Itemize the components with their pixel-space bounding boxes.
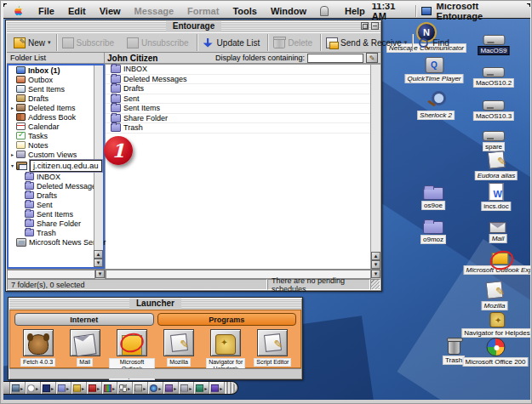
folder-list-item[interactable]: Sent Items (9, 209, 94, 219)
launcher-button[interactable] (257, 329, 288, 356)
folder-list-item[interactable]: Sent (9, 200, 94, 209)
folder-list-item[interactable]: Share Folder (9, 219, 94, 228)
control-strip-handle[interactable] (3, 382, 10, 394)
main-pane-vertical-scrollbar[interactable]: ▲ ▼ (370, 65, 380, 269)
menu-item[interactable] (313, 6, 338, 16)
menu-item[interactable]: Tools (226, 6, 264, 16)
disclosure-triangle-icon[interactable]: ▸ (9, 151, 16, 157)
summary-row[interactable]: Drafts (106, 84, 370, 94)
scroll-arrow-button[interactable]: ▼ (371, 270, 380, 278)
desktop-icon[interactable]: Eudora alias (475, 150, 518, 180)
folder-list-item[interactable]: Tasks (9, 131, 94, 140)
scroll-up-button[interactable]: ▲ (94, 250, 103, 259)
apple-menu[interactable] (10, 5, 31, 16)
application-menu[interactable]: Microsoft Entourage (437, 3, 523, 21)
menu-item[interactable]: Window (264, 6, 313, 16)
folder-list-pane[interactable]: Inbox (1) Outbox (7, 64, 105, 269)
folder-list-item[interactable]: Drafts (9, 94, 94, 103)
desktop-icon[interactable]: spare (483, 123, 505, 151)
display-folders-filter-input[interactable] (307, 54, 363, 63)
control-strip-module[interactable]: ▸ (133, 382, 148, 394)
resize-grip[interactable] (370, 279, 380, 290)
collapse-box-button[interactable] (371, 22, 379, 30)
scroll-down-button[interactable]: ▼ (94, 259, 103, 267)
control-strip[interactable]: ▸ ▸ ▸ ▸ ▸ (3, 381, 238, 395)
summary-row[interactable]: Sent (106, 94, 370, 105)
launcher-window[interactable]: Launcher Internet Programs (8, 297, 303, 380)
menu-item[interactable]: Help (338, 6, 372, 16)
toolbar-button[interactable]: New ▾ (9, 34, 56, 51)
summary-row[interactable]: Trash (106, 123, 370, 134)
folder-list-item[interactable]: Inbox (1) (9, 65, 94, 75)
desktop-icon[interactable]: MacOS10.3 (473, 93, 514, 121)
desktop-icon[interactable]: Mozilla (482, 280, 508, 310)
control-strip-module[interactable]: ▸ (209, 382, 225, 394)
scroll-down-button[interactable]: ▼ (371, 260, 380, 269)
launcher-bottom-scrollbar[interactable] (9, 368, 301, 378)
disclosure-triangle-icon[interactable]: ▾ (9, 162, 16, 168)
folder-list-item[interactable]: Sent Items (9, 84, 94, 94)
folder-list-item[interactable]: Microsoft News Server (9, 237, 94, 247)
control-strip-module[interactable]: ▸ (26, 382, 41, 394)
menu-item[interactable]: Format (180, 6, 226, 16)
desktop-icon[interactable]: Sherlock 2 (417, 89, 455, 120)
launcher-button[interactable] (70, 329, 100, 356)
folder-list-item-account[interactable]: ▾ j.citizen.uq.edu.au 1 (9, 159, 94, 172)
scroll-arrow-button[interactable]: ▼ (95, 270, 105, 278)
menu-clock[interactable]: 11:31 AM (372, 3, 410, 21)
folder-pane-hscrollbar[interactable]: ▼ (7, 270, 106, 279)
toolbar-button[interactable]: Delete (267, 34, 320, 51)
desktop-icon[interactable]: o9moz (420, 216, 446, 244)
toolbar-button[interactable]: Send & Receive ▾ (320, 34, 412, 51)
launcher-button[interactable] (23, 329, 54, 356)
account-name-edit-field[interactable]: j.citizen.uq.edu.au (30, 160, 102, 172)
toolbar-button[interactable]: Subscribe (56, 34, 122, 51)
control-strip-module[interactable]: ▸ (87, 382, 102, 394)
control-strip-module[interactable]: ▸ (56, 382, 72, 394)
desktop-icon[interactable]: MacOS10.2 (473, 60, 514, 88)
zoom-box-button[interactable] (361, 22, 369, 30)
summary-row[interactable]: Sent Items (106, 104, 370, 114)
desktop-icon[interactable]: os9oe (421, 182, 445, 210)
folder-list-item[interactable]: Notes (9, 140, 94, 150)
launcher-tab[interactable]: Programs (157, 313, 297, 326)
folder-list-item[interactable]: Deleted Messages (9, 181, 94, 191)
launcher-button[interactable] (210, 329, 241, 356)
control-strip-module[interactable]: ▸ (148, 382, 163, 394)
menu-item[interactable]: File (31, 6, 61, 16)
toolbar-button[interactable]: Unsubscribe (122, 34, 197, 51)
desktop-icon[interactable]: Microsoft Outlook Expr (464, 248, 530, 275)
control-strip-module[interactable]: ▸ (41, 382, 56, 394)
folder-summary-pane[interactable]: INBOX Deleted Messages Drafts (105, 64, 380, 269)
entourage-title-bar[interactable]: Entourage (7, 21, 380, 31)
folder-list-item[interactable]: INBOX (9, 172, 94, 181)
summary-row[interactable]: INBOX (106, 65, 370, 75)
launcher-button[interactable] (163, 329, 194, 356)
desktop-icon[interactable]: MacOS9 (478, 27, 509, 55)
launcher-button[interactable] (117, 329, 147, 356)
folder-list-item[interactable]: Address Book (9, 112, 94, 122)
toolbar-button[interactable]: Find (412, 34, 456, 51)
menu-item[interactable]: View (93, 6, 128, 16)
desktop-icon[interactable]: incs.doc (481, 182, 511, 211)
control-strip-module[interactable]: ▸ (117, 382, 133, 394)
disclosure-triangle-icon[interactable]: ▸ (9, 105, 16, 111)
control-strip-module[interactable]: ▸ (72, 382, 87, 394)
desktop-icon[interactable]: Microsoft Office 200 (463, 337, 529, 367)
entourage-window[interactable]: Entourage New ▾ Subscribe (5, 20, 382, 292)
desktop-icon[interactable]: Trash (443, 337, 465, 365)
launcher-title-bar[interactable]: Launcher (9, 299, 301, 309)
summary-row[interactable]: Share Folder (106, 114, 370, 124)
edit-pencil-button[interactable]: ✎ (366, 53, 378, 63)
desktop-icon[interactable]: QuickTime Player (404, 54, 463, 83)
launcher-tab[interactable]: Internet (14, 313, 154, 326)
control-strip-module[interactable]: ▸ (102, 382, 117, 394)
control-strip-module[interactable]: ▸ (10, 382, 26, 394)
summary-row[interactable]: Deleted Messages (106, 75, 370, 85)
folder-list-item[interactable]: ▸ Custom Views (9, 150, 94, 159)
control-strip-tab[interactable] (225, 382, 236, 394)
control-strip-module[interactable]: ▸ (194, 382, 209, 394)
desktop-icon[interactable]: Mail (489, 216, 507, 243)
scroll-up-button[interactable]: ▲ (371, 252, 380, 260)
scroll-track[interactable] (7, 270, 95, 279)
